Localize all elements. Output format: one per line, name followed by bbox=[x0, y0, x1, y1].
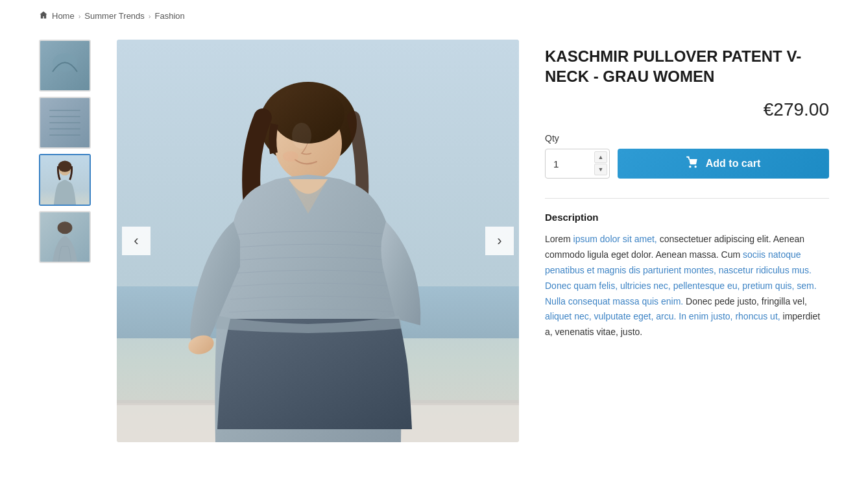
breadcrumb-home-link[interactable]: Home bbox=[52, 11, 75, 21]
thumbnail-4[interactable] bbox=[39, 211, 91, 263]
svg-point-25 bbox=[292, 123, 311, 149]
qty-label: Qty bbox=[545, 133, 829, 144]
thumbnail-1[interactable] bbox=[39, 40, 91, 92]
product-layout: ‹ › KASCHMIR PULLOVER PATENT V-NECK - GR… bbox=[39, 40, 829, 442]
description-text: Lorem ipsum dolor sit amet, consectetuer… bbox=[545, 232, 829, 340]
next-arrow-icon: › bbox=[497, 232, 501, 249]
qty-increment-button[interactable]: ▲ bbox=[594, 151, 607, 163]
description-title: Description bbox=[545, 212, 829, 223]
qty-input-wrapper: ▲ ▼ bbox=[545, 149, 610, 179]
breadcrumb: Home › Summer Trends › Fashion bbox=[39, 10, 829, 21]
thumbnail-list bbox=[39, 40, 91, 263]
desc-link-3[interactable]: quis enim. bbox=[642, 296, 683, 306]
add-to-cart-button[interactable]: Add to cart bbox=[618, 149, 829, 179]
breadcrumb-summer-trends-link[interactable]: Summer Trends bbox=[84, 11, 144, 21]
breadcrumb-sep-1: › bbox=[78, 12, 81, 20]
main-product-image: ‹ › bbox=[117, 40, 519, 442]
next-image-button[interactable]: › bbox=[485, 227, 514, 255]
home-icon bbox=[39, 10, 48, 21]
qty-decrement-button[interactable]: ▼ bbox=[594, 164, 607, 175]
prev-arrow-icon: ‹ bbox=[134, 232, 138, 249]
product-title: KASCHMIR PULLOVER PATENT V-NECK - GRAU W… bbox=[545, 46, 829, 86]
desc-link-4[interactable]: aliquet nec, vulputate eget, arcu. In en… bbox=[545, 311, 780, 321]
breadcrumb-current: Fashion bbox=[155, 11, 185, 21]
section-divider bbox=[545, 198, 829, 199]
page-wrapper: Home › Summer Trends › Fashion bbox=[0, 0, 868, 468]
product-info-panel: KASCHMIR PULLOVER PATENT V-NECK - GRAU W… bbox=[545, 40, 829, 340]
svg-point-22 bbox=[283, 151, 298, 162]
svg-point-10 bbox=[58, 161, 72, 172]
product-price: €279.00 bbox=[545, 99, 829, 120]
thumbnail-2[interactable] bbox=[39, 97, 91, 149]
breadcrumb-sep-2: › bbox=[149, 12, 151, 20]
qty-cart-row: ▲ ▼ Add to cart bbox=[545, 149, 829, 179]
prev-image-button[interactable]: ‹ bbox=[122, 227, 151, 255]
thumbnail-3[interactable] bbox=[39, 154, 91, 206]
qty-spinners: ▲ ▼ bbox=[594, 151, 607, 175]
svg-point-12 bbox=[58, 221, 73, 234]
add-to-cart-label: Add to cart bbox=[706, 158, 760, 169]
cart-icon bbox=[686, 156, 699, 171]
desc-link-1[interactable]: ipsum dolor sit amet, bbox=[573, 234, 657, 244]
